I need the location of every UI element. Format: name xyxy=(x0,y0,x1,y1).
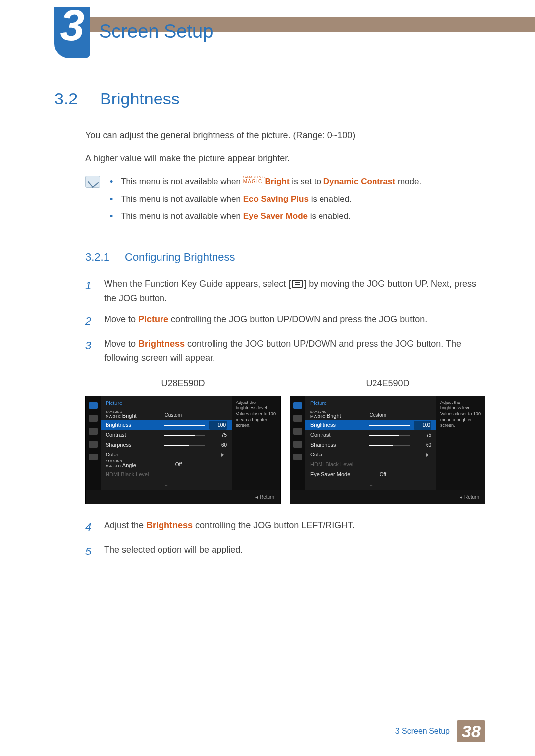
osd-row: SAMSUNGMAGICBrightCustom xyxy=(101,410,232,420)
osd-help-text: Adjust the brightness level. Values clos… xyxy=(436,396,485,490)
note-list: This menu is not available when SAMSUNGM… xyxy=(110,175,421,227)
note-item: This menu is not available when SAMSUNGM… xyxy=(110,175,421,188)
osd-sidebar-icon xyxy=(89,441,98,448)
subsection-number: 3.2.1 xyxy=(85,249,116,266)
subsection-title: Configuring Brightness xyxy=(125,249,235,266)
steps-list: 1 When the Function Key Guide appears, s… xyxy=(85,277,485,365)
osd-sidebar-icon xyxy=(293,402,302,409)
osd-row-sharpness: Sharpness60 xyxy=(305,440,436,450)
menu-icon xyxy=(292,280,303,288)
osd-row-scroll: ⌄ xyxy=(101,480,232,490)
osd-row: SAMSUNGMAGICAngleOff xyxy=(101,460,232,470)
osd-row-brightness: Brightness100 xyxy=(101,420,232,430)
osd-help-text: Adjust the brightness level. Values clos… xyxy=(232,396,280,490)
footer-divider xyxy=(50,715,485,715)
osd-header: Picture xyxy=(305,396,436,411)
osd-row: Color xyxy=(305,450,436,460)
osd-footer: ◂Return xyxy=(290,490,485,504)
page-number: 38 xyxy=(457,720,485,742)
osd-row-contrast: Contrast75 xyxy=(305,430,436,440)
chapter-number: 3 xyxy=(57,3,87,48)
osd-row: SAMSUNGMAGICBrightCustom xyxy=(305,410,436,420)
osd-row: Eye Saver ModeOff xyxy=(305,470,436,480)
osd-row-scroll: ⌄ xyxy=(305,480,436,490)
osd-model-title: U28E590D xyxy=(85,376,281,391)
footer-text: 3 Screen Setup xyxy=(395,727,450,736)
section-number: 3.2 xyxy=(54,89,85,108)
osd-sidebar-icon xyxy=(293,415,302,422)
chapter-title: Screen Setup xyxy=(99,21,213,42)
osd-panel: Picture SAMSUNGMAGICBrightCustomBrightne… xyxy=(290,396,485,505)
osd-sidebar-icon xyxy=(89,402,98,409)
note-block: This menu is not available when SAMSUNGM… xyxy=(85,175,485,227)
osd-row-contrast: Contrast75 xyxy=(101,430,232,440)
osd-sidebar-icon xyxy=(293,441,302,448)
step-item: 3 Move to Brightness controlling the JOG… xyxy=(85,337,485,365)
osd-sidebar-icon xyxy=(89,454,98,460)
note-icon xyxy=(85,176,100,188)
page-footer: 3 Screen Setup 38 xyxy=(0,720,535,742)
osd-row: Color xyxy=(101,450,232,460)
intro-p1: You can adjust the general brightness of… xyxy=(85,128,485,143)
osd-screenshots: U28E590D Picture SAMSUNGMAGICBrightCusto… xyxy=(85,376,485,504)
osd-column: U24E590D Picture SAMSUNGMAGICBrightCusto… xyxy=(290,376,485,504)
osd-sidebar-icon xyxy=(293,428,302,435)
osd-sidebar-icon xyxy=(293,454,302,460)
osd-sidebar-icon xyxy=(89,415,98,422)
osd-header: Picture xyxy=(101,396,232,411)
osd-model-title: U24E590D xyxy=(290,376,485,391)
step-item: 1 When the Function Key Guide appears, s… xyxy=(85,277,485,305)
osd-row-brightness: Brightness100 xyxy=(305,420,436,430)
step-item: 4 Adjust the Brightness controlling the … xyxy=(85,518,485,536)
osd-row-sharpness: Sharpness60 xyxy=(101,440,232,450)
intro-p2: A higher value will make the picture app… xyxy=(85,151,485,166)
osd-sidebar xyxy=(290,396,305,490)
steps-list-cont: 4 Adjust the Brightness controlling the … xyxy=(85,518,485,560)
osd-row: HDMI Black Level xyxy=(305,460,436,470)
section-title: Brightness xyxy=(100,89,180,108)
step-item: 2 Move to Picture controlling the JOG bu… xyxy=(85,312,485,330)
osd-sidebar-icon xyxy=(89,428,98,435)
osd-footer: ◂Return xyxy=(86,490,280,504)
note-item: This menu is not available when Eye Save… xyxy=(110,209,421,223)
osd-column: U28E590D Picture SAMSUNGMAGICBrightCusto… xyxy=(85,376,281,504)
note-item: This menu is not available when Eco Savi… xyxy=(110,192,421,205)
osd-row: HDMI Black Level xyxy=(101,470,232,480)
step-item: 5 The selected option will be applied. xyxy=(85,543,485,560)
content-area: 3.2 Brightness You can adjust the genera… xyxy=(54,89,485,567)
osd-sidebar xyxy=(86,396,101,490)
osd-panel: Picture SAMSUNGMAGICBrightCustomBrightne… xyxy=(85,396,281,505)
